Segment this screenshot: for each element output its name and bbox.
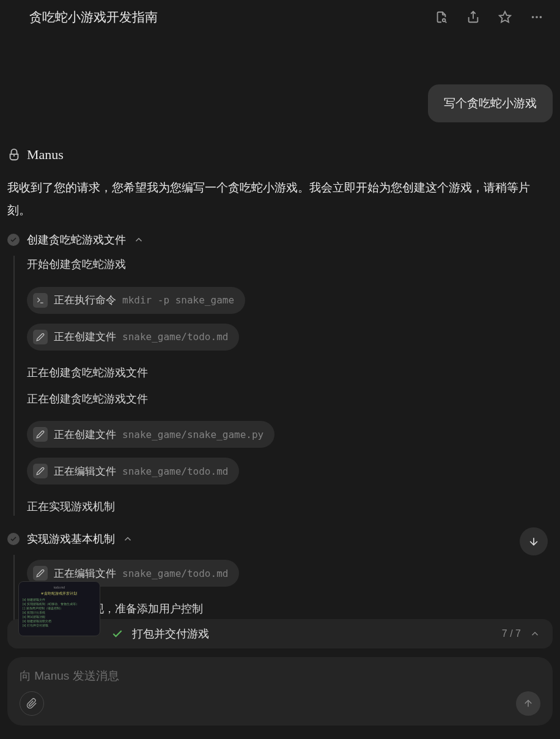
edit-icon: [33, 427, 48, 442]
assistant-intro-text: 我收到了您的请求，您希望我为您编写一个贪吃蛇小游戏。我会立即开始为您创建这个游戏…: [7, 176, 553, 221]
chip-code: mkdir -p snake_game: [122, 294, 234, 306]
chip-label: 正在创建文件: [54, 428, 116, 442]
user-message: 写个贪吃蛇小游戏: [428, 84, 553, 122]
user-message-row: 写个贪吃蛇小游戏: [7, 84, 553, 122]
header: 贪吃蛇小游戏开发指南: [0, 0, 560, 34]
chip-code: snake_game/todo.md: [122, 331, 228, 343]
action-chip-create[interactable]: 正在创建文件 snake_game/snake_game.py: [27, 421, 274, 448]
chip-label: 正在创建文件: [54, 330, 116, 344]
step-title: 实现游戏基本机制: [27, 532, 115, 546]
step-body: 开始创建贪吃蛇游戏 正在执行命令 mkdir -p snake_game 正在创…: [13, 256, 553, 516]
assistant-header: Manus: [7, 147, 553, 163]
step-title: 创建贪吃蛇游戏文件: [27, 232, 126, 247]
file-search-icon: [435, 10, 448, 24]
action-chip-exec[interactable]: 正在执行命令 mkdir -p snake_game: [27, 287, 245, 314]
thumb-line: [ ] 添加用户控制（键盘控制）: [23, 606, 96, 610]
attach-button[interactable]: [20, 691, 44, 716]
step-content: 创建贪吃蛇游戏文件 开始创建贪吃蛇游戏 正在执行命令 mkdir -p snak…: [27, 232, 553, 524]
chip-label: 正在执行命令: [54, 293, 116, 307]
edit-icon: [33, 566, 48, 581]
star-icon: [498, 10, 512, 24]
svg-point-0: [443, 19, 446, 22]
send-button[interactable]: [516, 691, 540, 716]
page-title: 贪吃蛇小游戏开发指南: [29, 9, 426, 26]
scroll-to-bottom-button[interactable]: [520, 527, 548, 555]
favorite-button[interactable]: [496, 9, 514, 26]
paperclip-icon: [26, 698, 37, 709]
thumb-title: # 贪吃蛇游戏开发计划: [23, 591, 96, 596]
assistant-name: Manus: [27, 147, 64, 163]
check-icon: [10, 535, 17, 543]
step-subtext: 正在实现游戏机制: [27, 498, 553, 516]
chip-label: 正在编辑文件: [54, 566, 116, 581]
thumb-line: [x] 测试游戏功能: [23, 615, 96, 618]
file-icon-button[interactable]: [433, 9, 450, 26]
manus-logo-icon: [7, 148, 21, 162]
edit-icon: [33, 464, 48, 478]
chip-code: snake_game/todo.md: [122, 466, 228, 477]
svg-point-5: [540, 16, 542, 18]
thumb-line: [x] 实现计分系统: [23, 611, 96, 614]
step-complete-indicator: [7, 234, 20, 246]
thumb-line: [x] 创建游戏文件: [23, 598, 96, 601]
thumb-filename: todo.md: [23, 585, 96, 589]
chip-label: 正在编辑文件: [54, 464, 116, 478]
share-icon: [466, 10, 480, 24]
step-subtext: 开始创建贪吃蛇游戏: [27, 256, 553, 273]
arrow-up-icon: [523, 698, 534, 709]
svg-marker-2: [499, 12, 510, 22]
step-title-row[interactable]: 实现游戏基本机制: [27, 532, 553, 546]
share-button[interactable]: [465, 9, 482, 26]
status-text: 打包并交付游戏: [132, 626, 493, 641]
thumb-line: [x] 创建游戏说明文档: [23, 619, 96, 623]
more-horizontal-icon: [530, 10, 543, 24]
action-chip-edit[interactable]: 正在编辑文件 snake_game/todo.md: [27, 458, 239, 485]
chevron-up-icon[interactable]: [529, 628, 540, 639]
step-complete-indicator: [7, 533, 20, 545]
svg-point-4: [536, 16, 538, 18]
step-subtext: 正在创建贪吃蛇游戏文件: [27, 390, 553, 408]
step-subtext: 正在创建贪吃蛇游戏文件: [27, 364, 553, 382]
thumb-line: [x] 实现游戏机制（蛇移动、食物生成等）: [23, 602, 96, 606]
chip-code: snake_game/todo.md: [122, 568, 228, 579]
file-preview-thumbnail[interactable]: todo.md # 贪吃蛇游戏开发计划 [x] 创建游戏文件 [x] 实现游戏机…: [18, 581, 100, 636]
chip-code: snake_game/snake_game.py: [122, 429, 263, 440]
thumb-line: [x] 打包并交付游戏: [23, 623, 96, 627]
check-icon: [111, 628, 123, 640]
header-actions: [433, 9, 545, 26]
more-button[interactable]: [528, 9, 545, 26]
chevron-up-icon: [122, 533, 133, 544]
step-subtext: 游戏机制已实现，准备添加用户控制: [27, 600, 553, 618]
check-icon: [10, 236, 17, 243]
svg-point-3: [532, 16, 534, 18]
arrow-down-icon: [528, 535, 540, 548]
status-counter: 7 / 7: [502, 628, 521, 639]
step-title-row[interactable]: 创建贪吃蛇游戏文件: [27, 232, 553, 247]
action-chip-create[interactable]: 正在创建文件 snake_game/todo.md: [27, 324, 239, 351]
input-placeholder: 向 Manus 发送消息: [20, 668, 540, 684]
step-group-1: 创建贪吃蛇游戏文件 开始创建贪吃蛇游戏 正在执行命令 mkdir -p snak…: [7, 232, 553, 524]
input-toolbar: [20, 691, 540, 716]
terminal-icon: [33, 293, 48, 308]
chevron-up-icon: [133, 234, 144, 245]
edit-icon: [33, 330, 48, 344]
message-input-area[interactable]: 向 Manus 发送消息: [7, 657, 553, 726]
conversation-area: 写个贪吃蛇小游戏 Manus 我收到了您的请求，您希望我为您编写一个贪吃蛇小游戏…: [0, 34, 560, 639]
